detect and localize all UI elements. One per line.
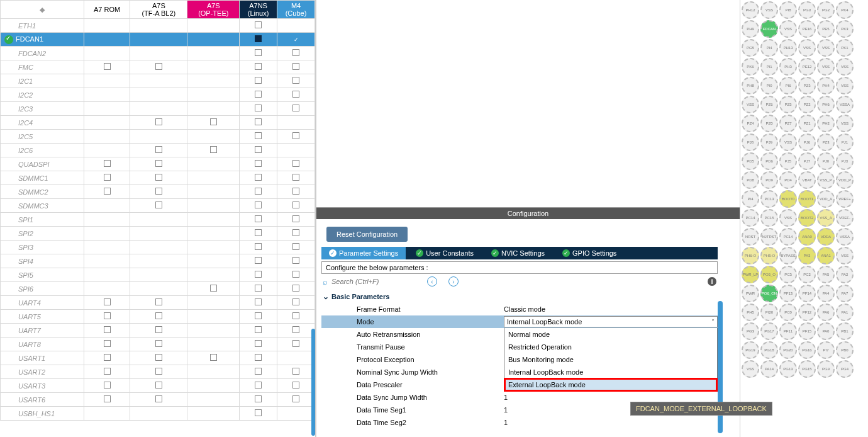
checkbox-cell[interactable]	[84, 144, 130, 157]
checkbox-cell[interactable]	[187, 199, 240, 213]
checkbox-cell[interactable]	[187, 407, 240, 421]
pin[interactable]: PJ9	[760, 133, 778, 151]
checkbox-cell[interactable]	[130, 144, 187, 157]
pin[interactable]: PG20	[779, 341, 797, 359]
pin[interactable]: PA3	[798, 247, 816, 264]
pin[interactable]: PI1	[760, 58, 778, 76]
checkbox-cell[interactable]	[240, 102, 277, 116]
pin[interactable]: PZ2	[798, 96, 816, 113]
checkbox-cell[interactable]	[240, 157, 277, 171]
checkbox-cell[interactable]	[240, 282, 277, 296]
pin[interactable]: VSS_A	[817, 209, 835, 227]
checkbox-cell[interactable]	[130, 310, 187, 324]
checkbox-cell[interactable]	[277, 60, 315, 74]
checkbox-cell[interactable]	[130, 351, 187, 365]
pin[interactable]: PA1	[836, 304, 854, 321]
checkbox-cell[interactable]	[130, 379, 187, 393]
pin[interactable]: VBAT	[798, 171, 816, 189]
left-scroll-thumb[interactable]	[311, 329, 315, 436]
info-icon[interactable]: i	[708, 277, 716, 286]
checkbox-cell[interactable]	[130, 296, 187, 310]
checkbox-cell[interactable]	[130, 324, 187, 338]
checkbox-cell[interactable]	[277, 74, 315, 88]
pin[interactable]: PG17	[760, 322, 778, 340]
checkbox-cell[interactable]	[240, 365, 277, 379]
checkbox-cell[interactable]	[187, 268, 240, 282]
checkbox-cell[interactable]	[187, 254, 240, 268]
table-row[interactable]: UART7	[1, 324, 315, 338]
col-m4[interactable]: M4(Cube)	[277, 1, 315, 19]
pin[interactable]: PG4	[836, 360, 854, 378]
pin[interactable]: VSS	[836, 115, 854, 132]
table-row[interactable]: SDMMC3	[1, 199, 315, 213]
checkbox-cell[interactable]	[240, 74, 277, 88]
checkbox-cell[interactable]	[187, 379, 240, 393]
pin[interactable]: VSS	[798, 39, 816, 57]
pin[interactable]: PB1	[836, 322, 854, 340]
checkbox-cell[interactable]	[130, 19, 187, 33]
pin[interactable]: PI20	[760, 304, 778, 321]
pin[interactable]: PC3	[779, 266, 797, 283]
search-prev-button[interactable]: ‹	[427, 276, 437, 287]
pin[interactable]: PD8	[742, 171, 759, 189]
checkbox-cell[interactable]	[240, 338, 277, 351]
checkbox-cell[interactable]	[84, 19, 130, 33]
checkbox-cell[interactable]	[84, 338, 130, 351]
table-row[interactable]: I2C2	[1, 88, 315, 102]
mode-dropdown[interactable]: Internal LoopBack mode˅	[504, 316, 718, 327]
checkbox-cell[interactable]	[240, 47, 277, 60]
checkbox-cell[interactable]	[187, 351, 240, 365]
pin[interactable]: BOOT2	[798, 209, 816, 227]
dropdown-option[interactable]: External LoopBack mode	[504, 378, 717, 391]
pin[interactable]: PZ0	[760, 115, 778, 132]
pin[interactable]: VSS	[742, 96, 759, 113]
table-row[interactable]: QUADSPI	[1, 157, 315, 171]
pin[interactable]: VSS	[779, 209, 797, 227]
pin[interactable]: PWR_LP	[742, 266, 759, 283]
checkbox-cell[interactable]	[187, 157, 240, 171]
pin[interactable]: PD4	[779, 171, 797, 189]
pin[interactable]: PD9	[760, 171, 778, 189]
checkbox-cell[interactable]	[187, 393, 240, 407]
pin[interactable]: VSS	[817, 58, 835, 76]
pin[interactable]: PF11	[779, 322, 797, 340]
checkbox-cell[interactable]	[277, 213, 315, 227]
pin[interactable]: PA6	[817, 304, 835, 321]
checkbox-cell[interactable]	[240, 19, 277, 33]
checkbox-cell[interactable]	[240, 227, 277, 241]
checkbox-cell[interactable]	[187, 171, 240, 185]
checkbox-cell[interactable]	[130, 338, 187, 351]
checkbox-cell[interactable]	[277, 365, 315, 379]
checkbox-cell[interactable]	[240, 254, 277, 268]
table-row[interactable]: SPI6	[1, 282, 315, 296]
checkbox-cell[interactable]	[277, 130, 315, 144]
param-value[interactable]: Internal LoopBack mode˅	[504, 316, 718, 327]
table-row[interactable]: UART4	[1, 296, 315, 310]
checkbox-cell[interactable]	[187, 102, 240, 116]
checkbox-cell[interactable]	[130, 254, 187, 268]
pin[interactable]: PH4	[817, 77, 835, 94]
checkbox-cell[interactable]	[240, 268, 277, 282]
pin[interactable]: PC14	[742, 209, 759, 227]
checkbox-cell[interactable]	[130, 88, 187, 102]
pin[interactable]: BOOT0	[779, 190, 797, 208]
pin[interactable]: PG9	[817, 360, 835, 378]
pin[interactable]: PH5	[742, 304, 759, 321]
checkbox-cell[interactable]	[277, 33, 315, 47]
pin[interactable]: PG18	[760, 341, 778, 359]
col-a7s-optee[interactable]: A7S(OP-TEE)	[187, 1, 240, 19]
checkbox-cell[interactable]	[84, 130, 130, 144]
pin[interactable]: PG15	[798, 360, 816, 378]
pin[interactable]: PB0	[836, 341, 854, 359]
checkbox-cell[interactable]	[187, 338, 240, 351]
checkbox-cell[interactable]	[277, 393, 315, 407]
table-row[interactable]: FMC	[1, 60, 315, 74]
checkbox-cell[interactable]	[240, 351, 277, 365]
pin[interactable]: PH3	[779, 58, 797, 76]
pin[interactable]: PG13	[779, 360, 797, 378]
table-row[interactable]: SPI2	[1, 227, 315, 241]
pin[interactable]: PZ7	[779, 115, 797, 132]
checkbox-cell[interactable]	[240, 296, 277, 310]
checkbox-cell[interactable]	[84, 88, 130, 102]
col-a7s-bl2[interactable]: A7S(TF-A BL2)	[130, 1, 187, 19]
